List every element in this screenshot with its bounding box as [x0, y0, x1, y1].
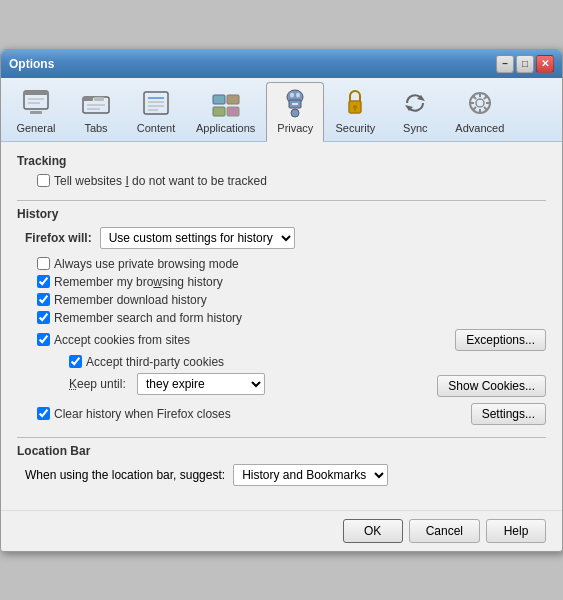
svg-rect-6 [83, 97, 93, 101]
window-title: Options [9, 57, 54, 71]
accept-cookies-label: Accept cookies from sites [54, 333, 190, 347]
keep-until-dropdown[interactable]: they expire I close Firefox ask me every… [137, 373, 265, 395]
tabs-icon [80, 87, 112, 119]
keep-until-row: Keep until: they expire I close Firefox … [17, 373, 546, 399]
third-party-cookies-row: Accept third-party cookies [17, 355, 546, 369]
svg-rect-10 [144, 92, 168, 114]
history-section: History Firefox will: Use custom setting… [17, 207, 546, 425]
firefox-will-row: Firefox will: Use custom settings for hi… [17, 227, 546, 249]
tab-content[interactable]: Content [127, 82, 185, 141]
tab-general[interactable]: General [7, 82, 65, 141]
search-form-row: Remember search and form history [17, 311, 546, 325]
accept-cookies-row: Accept cookies from sites Exceptions... [17, 329, 546, 351]
maximize-button[interactable]: □ [516, 55, 534, 73]
divider-1 [17, 200, 546, 201]
search-form-label: Remember search and form history [54, 311, 242, 325]
svg-point-31 [476, 99, 484, 107]
tab-advanced-label: Advanced [455, 122, 504, 134]
tab-security-label: Security [335, 122, 375, 134]
svg-point-21 [296, 92, 300, 97]
tracking-section: Tracking Tell websites I do not want to … [17, 154, 546, 188]
svg-line-37 [484, 107, 487, 110]
general-icon [20, 87, 52, 119]
when-using-label: When using the location bar, suggest: [25, 468, 225, 482]
help-button[interactable]: Help [486, 519, 546, 543]
sync-icon [399, 87, 431, 119]
tab-sync[interactable]: Sync [386, 82, 444, 141]
privacy-icon [279, 87, 311, 119]
third-party-cookies-label: Accept third-party cookies [86, 355, 224, 369]
svg-rect-16 [227, 95, 239, 104]
download-history-checkbox[interactable] [37, 293, 50, 306]
svg-line-38 [484, 96, 487, 99]
button-bar: OK Cancel Help [1, 510, 562, 551]
location-bar-label: Location Bar [17, 444, 546, 458]
svg-rect-15 [213, 95, 225, 104]
window-controls: – □ ✕ [496, 55, 554, 73]
content-area: Tracking Tell websites I do not want to … [1, 142, 562, 510]
browsing-history-row: Remember my browsing history [17, 275, 546, 289]
close-button[interactable]: ✕ [536, 55, 554, 73]
history-label: History [17, 207, 546, 221]
location-bar-dropdown[interactable]: History and Bookmarks History Bookmarks … [233, 464, 388, 486]
location-bar-section: Location Bar When using the location bar… [17, 444, 546, 486]
tab-privacy[interactable]: Privacy [266, 82, 324, 142]
clear-history-row: Clear history when Firefox closes Settin… [17, 403, 546, 425]
tab-applications[interactable]: Applications [187, 82, 264, 141]
svg-rect-7 [94, 97, 104, 101]
tab-applications-label: Applications [196, 122, 255, 134]
options-window: Options – □ ✕ General [0, 49, 563, 552]
show-cookies-button[interactable]: Show Cookies... [437, 375, 546, 397]
private-mode-row: Always use private browsing mode [17, 257, 546, 271]
svg-line-36 [473, 96, 476, 99]
settings-button[interactable]: Settings... [471, 403, 546, 425]
underline-i: I [125, 174, 128, 188]
accept-cookies-content: Accept cookies from sites [17, 333, 455, 347]
tab-bar: General Tabs [1, 78, 562, 142]
firefox-will-label: Firefox will: [25, 231, 92, 245]
tab-general-label: General [16, 122, 55, 134]
advanced-icon [464, 87, 496, 119]
third-party-cookies-checkbox[interactable] [69, 355, 82, 368]
tab-tabs-label: Tabs [84, 122, 107, 134]
tab-tabs[interactable]: Tabs [67, 82, 125, 141]
private-mode-checkbox[interactable] [37, 257, 50, 270]
security-icon [339, 87, 371, 119]
keep-until-label: Keep until: [69, 377, 129, 391]
browsing-history-checkbox[interactable] [37, 275, 50, 288]
tab-security[interactable]: Security [326, 82, 384, 141]
svg-rect-18 [227, 107, 239, 116]
download-history-label: Remember download history [54, 293, 207, 307]
ok-button[interactable]: OK [343, 519, 403, 543]
history-dropdown[interactable]: Use custom settings for history Remember… [100, 227, 295, 249]
svg-point-20 [290, 92, 294, 97]
applications-icon [210, 87, 242, 119]
tracking-label: Tracking [17, 154, 546, 168]
clear-history-label: Clear history when Firefox closes [54, 407, 231, 421]
exceptions-button[interactable]: Exceptions... [455, 329, 546, 351]
tab-sync-label: Sync [403, 122, 427, 134]
svg-rect-1 [24, 91, 48, 95]
accept-cookies-checkbox[interactable] [37, 333, 50, 346]
browsing-history-label: Remember my browsing history [54, 275, 223, 289]
svg-rect-4 [30, 111, 42, 114]
svg-point-24 [291, 109, 299, 117]
download-history-row: Remember download history [17, 293, 546, 307]
do-not-track-checkbox[interactable] [37, 174, 50, 187]
tab-content-label: Content [137, 122, 176, 134]
underline-w: w [153, 275, 162, 289]
location-bar-row: When using the location bar, suggest: Hi… [17, 464, 546, 486]
divider-2 [17, 437, 546, 438]
svg-rect-17 [213, 107, 225, 116]
cancel-button[interactable]: Cancel [409, 519, 480, 543]
clear-history-checkbox[interactable] [37, 407, 50, 420]
tab-advanced[interactable]: Advanced [446, 82, 513, 141]
do-not-track-row: Tell websites I do not want to be tracke… [17, 174, 546, 188]
do-not-track-label: Tell websites I do not want to be tracke… [54, 174, 267, 188]
search-form-checkbox[interactable] [37, 311, 50, 324]
minimize-button[interactable]: – [496, 55, 514, 73]
tab-privacy-label: Privacy [277, 122, 313, 134]
title-bar: Options – □ ✕ [1, 50, 562, 78]
svg-line-39 [473, 107, 476, 110]
underline-k: K [69, 377, 77, 391]
